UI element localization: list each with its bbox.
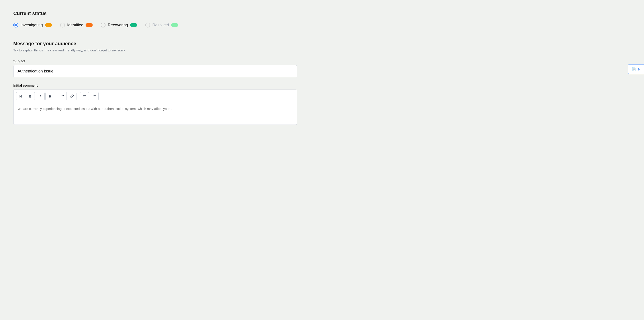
status-label-investigating: Investigating (20, 23, 43, 28)
subject-label: Subject (13, 59, 297, 63)
status-option-recovering[interactable]: Recovering (101, 22, 137, 28)
floating-btn-label: N (638, 67, 640, 71)
svg-rect-5 (84, 97, 86, 97)
status-options-group: Investigating Identified Recovering Reso… (13, 22, 297, 28)
status-label-identified: Identified (67, 23, 83, 28)
floating-btn-doc-icon: 📄 (632, 67, 636, 71)
status-badge-investigating (45, 23, 52, 27)
svg-point-0 (83, 95, 84, 96)
subject-input[interactable] (13, 65, 297, 77)
svg-text:3.: 3. (93, 96, 94, 98)
status-option-identified[interactable]: Identified (60, 22, 93, 28)
initial-comment-label: Initial comment (13, 84, 297, 87)
toolbar-blockquote-button[interactable]: “” (58, 92, 67, 100)
page-container: Current status Investigating Identified … (0, 0, 310, 144)
status-label-recovering: Recovering (108, 23, 128, 28)
status-option-investigating[interactable]: Investigating (13, 22, 52, 28)
toolbar-italic-button[interactable]: I (36, 92, 44, 100)
floating-new-button[interactable]: 📄 N (628, 64, 644, 74)
radio-resolved[interactable] (145, 22, 150, 28)
radio-identified[interactable] (60, 22, 65, 28)
svg-rect-7 (94, 95, 96, 96)
toolbar-ordered-list-button[interactable]: 1. 2. 3. (90, 92, 99, 100)
toolbar-strikethrough-button[interactable]: S (46, 92, 54, 100)
radio-recovering[interactable] (101, 22, 106, 28)
initial-comment-field-group: Initial comment H B I S “” (13, 84, 297, 126)
status-badge-resolved (171, 23, 178, 27)
svg-rect-9 (94, 96, 96, 96)
svg-point-4 (83, 96, 84, 97)
svg-rect-11 (94, 97, 96, 97)
status-option-resolved[interactable]: Resolved (145, 22, 178, 28)
toolbar-bold-button[interactable]: B (26, 92, 35, 100)
svg-rect-1 (84, 95, 86, 96)
toolbar-link-button[interactable] (68, 92, 76, 100)
status-badge-identified (86, 23, 93, 27)
svg-rect-3 (84, 96, 86, 96)
status-label-resolved: Resolved (152, 23, 169, 28)
message-section: Message for your audience Try to explain… (13, 41, 297, 126)
radio-investigating[interactable] (13, 22, 18, 28)
toolbar-bullet-list-button[interactable] (80, 92, 89, 100)
message-section-title: Message for your audience (13, 41, 297, 46)
status-badge-recovering (130, 23, 137, 27)
current-status-title: Current status (13, 11, 297, 16)
message-section-subtitle: Try to explain things in a clear and fri… (13, 48, 297, 52)
initial-comment-textarea[interactable] (13, 102, 297, 125)
svg-point-2 (83, 96, 84, 96)
current-status-section: Current status Investigating Identified … (13, 11, 297, 28)
toolbar-heading-button[interactable]: H (16, 92, 25, 100)
subject-field-group: Subject (13, 59, 297, 84)
comment-toolbar: H B I S “” (13, 90, 297, 102)
